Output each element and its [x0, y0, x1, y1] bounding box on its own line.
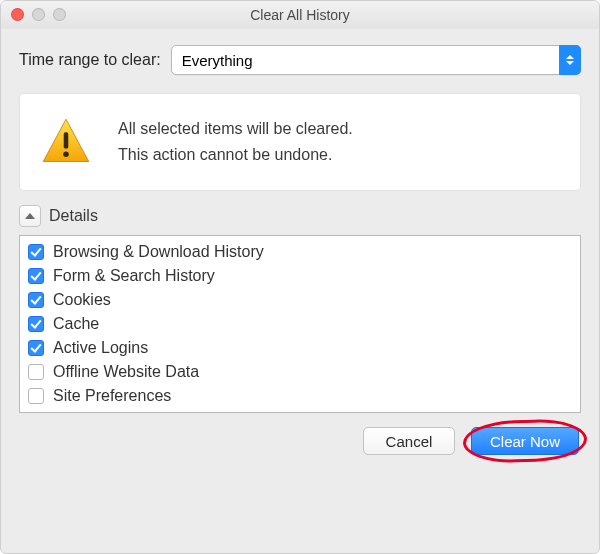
- minimize-icon[interactable]: [32, 8, 45, 21]
- chevron-down-icon: [566, 61, 574, 65]
- list-item: Offline Website Data: [28, 360, 572, 384]
- warning-line-1: All selected items will be cleared.: [118, 116, 353, 142]
- list-item-label: Form & Search History: [53, 267, 215, 285]
- window-title: Clear All History: [1, 1, 599, 29]
- cancel-button[interactable]: Cancel: [363, 427, 455, 455]
- list-item-label: Site Preferences: [53, 387, 171, 405]
- checkbox[interactable]: [28, 244, 44, 260]
- details-list: Browsing & Download HistoryForm & Search…: [19, 235, 581, 413]
- list-item-label: Cookies: [53, 291, 111, 309]
- list-item: Site Preferences: [28, 384, 572, 408]
- checkbox[interactable]: [28, 364, 44, 380]
- details-header: Details: [19, 205, 581, 227]
- checkbox[interactable]: [28, 292, 44, 308]
- svg-rect-0: [64, 132, 69, 148]
- list-item: Cookies: [28, 288, 572, 312]
- checkbox[interactable]: [28, 388, 44, 404]
- chevron-up-icon: [566, 55, 574, 59]
- chevron-up-icon: [25, 213, 35, 219]
- dialog-content: Time range to clear: Everything: [1, 29, 599, 469]
- list-item-label: Active Logins: [53, 339, 148, 357]
- details-toggle[interactable]: [19, 205, 41, 227]
- warning-icon: [40, 116, 92, 168]
- warning-panel: All selected items will be cleared. This…: [19, 93, 581, 191]
- svg-point-1: [63, 151, 69, 157]
- clear-now-highlight: Clear Now: [471, 427, 579, 455]
- warning-text: All selected items will be cleared. This…: [118, 116, 353, 167]
- checkbox[interactable]: [28, 340, 44, 356]
- warning-line-2: This action cannot be undone.: [118, 142, 353, 168]
- dialog-window: Clear All History Time range to clear: E…: [0, 0, 600, 554]
- list-item-label: Browsing & Download History: [53, 243, 264, 261]
- close-icon[interactable]: [11, 8, 24, 21]
- dialog-buttons: Cancel Clear Now: [19, 425, 581, 455]
- time-range-label: Time range to clear:: [19, 51, 161, 69]
- clear-now-button[interactable]: Clear Now: [471, 427, 579, 455]
- list-item-label: Offline Website Data: [53, 363, 199, 381]
- list-item: Form & Search History: [28, 264, 572, 288]
- list-item-label: Cache: [53, 315, 99, 333]
- time-range-select[interactable]: Everything: [171, 45, 581, 75]
- time-range-row: Time range to clear: Everything: [19, 45, 581, 75]
- list-item: Cache: [28, 312, 572, 336]
- maximize-icon[interactable]: [53, 8, 66, 21]
- list-item: Browsing & Download History: [28, 240, 572, 264]
- checkbox[interactable]: [28, 316, 44, 332]
- time-range-value[interactable]: Everything: [171, 45, 581, 75]
- checkbox[interactable]: [28, 268, 44, 284]
- titlebar: Clear All History: [1, 1, 599, 29]
- details-label: Details: [49, 207, 98, 225]
- list-item: Active Logins: [28, 336, 572, 360]
- window-controls: [11, 8, 66, 21]
- select-stepper-icon[interactable]: [559, 45, 581, 75]
